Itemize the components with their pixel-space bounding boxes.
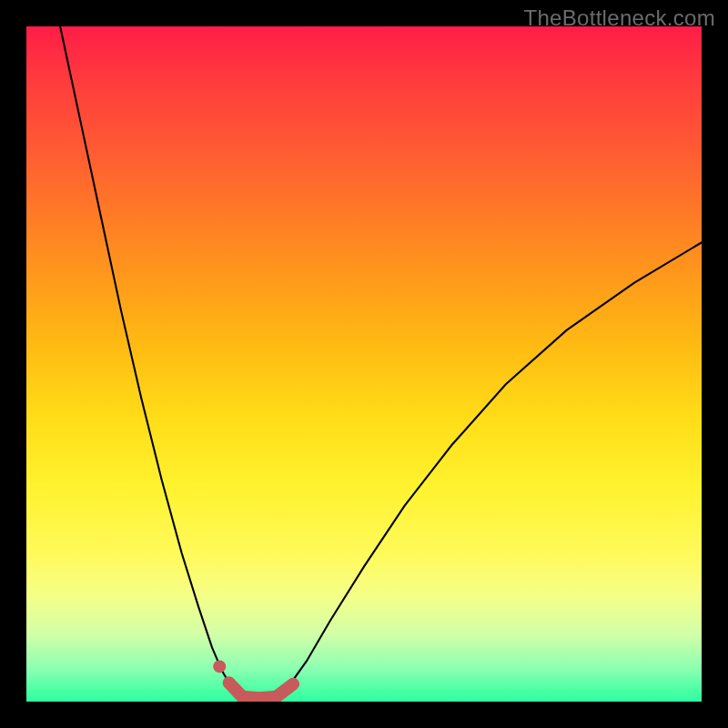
watermark-text: TheBottleneck.com [523,5,715,31]
curve-layer [26,26,702,702]
chart-frame: TheBottleneck.com [0,0,728,728]
curve-right-branch [277,242,702,698]
valley-overlay-dot [213,660,226,672]
valley-overlay-path [229,682,293,698]
curve-left-branch [60,26,242,698]
plot-area [26,26,702,702]
